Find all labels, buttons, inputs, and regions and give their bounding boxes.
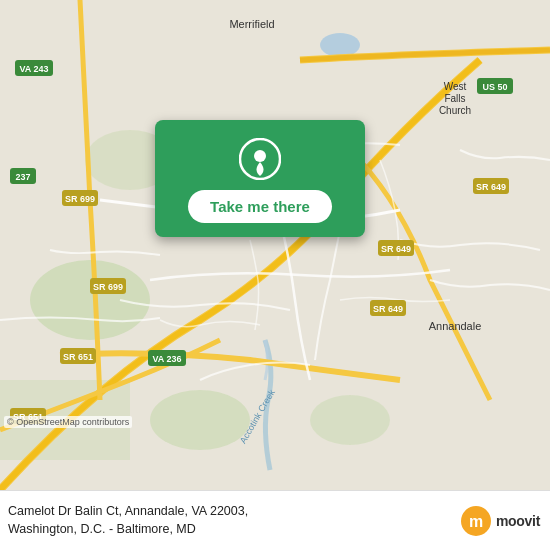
svg-text:SR 699: SR 699 (93, 282, 123, 292)
svg-text:SR 699: SR 699 (65, 194, 95, 204)
svg-text:Annandale: Annandale (429, 320, 482, 332)
osm-attribution: © OpenStreetMap contributors (4, 416, 132, 428)
bottom-bar: Camelot Dr Balin Ct, Annandale, VA 22003… (0, 490, 550, 550)
map-container: VA 243 237 SR 699 SR 699 SR 651 SR 651 V… (0, 0, 550, 490)
svg-text:m: m (469, 513, 483, 530)
svg-text:VA 243: VA 243 (19, 64, 48, 74)
svg-text:Merrifield: Merrifield (229, 18, 274, 30)
svg-point-1 (30, 260, 150, 340)
svg-text:West: West (444, 81, 467, 92)
moovit-logo-icon: m (460, 505, 492, 537)
take-me-there-button[interactable]: Take me there (188, 190, 332, 223)
moovit-logo: m moovit (460, 505, 540, 537)
address-line1: Camelot Dr Balin Ct, Annandale, VA 22003… (8, 504, 248, 518)
location-pin-icon (239, 138, 281, 180)
svg-text:SR 649: SR 649 (373, 304, 403, 314)
svg-text:237: 237 (15, 172, 30, 182)
svg-point-36 (254, 150, 266, 162)
svg-text:SR 651: SR 651 (63, 352, 93, 362)
svg-point-2 (150, 390, 250, 450)
svg-text:US 50: US 50 (482, 82, 507, 92)
svg-point-4 (310, 395, 390, 445)
svg-text:VA 236: VA 236 (152, 354, 181, 364)
svg-point-6 (320, 33, 360, 57)
svg-text:SR 649: SR 649 (476, 182, 506, 192)
address-line2: Washington, D.C. - Baltimore, MD (8, 522, 196, 536)
svg-text:SR 649: SR 649 (381, 244, 411, 254)
map-popup: Take me there (155, 120, 365, 237)
moovit-brand-text: moovit (496, 513, 540, 529)
address-text: Camelot Dr Balin Ct, Annandale, VA 22003… (8, 503, 460, 538)
svg-text:Church: Church (439, 105, 471, 116)
svg-text:Falls: Falls (444, 93, 465, 104)
